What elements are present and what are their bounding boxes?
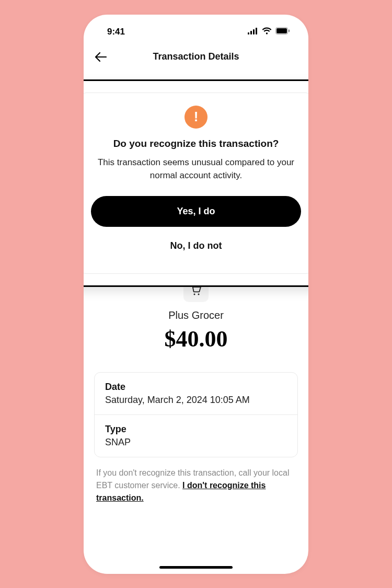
svg-rect-2 xyxy=(253,29,255,34)
date-label: Date xyxy=(105,382,287,393)
svg-rect-0 xyxy=(248,32,249,34)
date-row: Date Saturday, March 2, 2024 10:05 AM xyxy=(95,373,297,414)
type-label: Type xyxy=(105,424,287,435)
date-value: Saturday, March 2, 2024 10:05 AM xyxy=(105,395,287,406)
alert-description: This transaction seems unusual compared … xyxy=(91,156,301,182)
yes-button[interactable]: Yes, I do xyxy=(91,196,301,227)
arrow-left-icon xyxy=(95,52,107,62)
nav-bar: Transaction Details xyxy=(84,45,308,70)
no-button[interactable]: No, I do not xyxy=(91,231,301,261)
type-row: Type SNAP xyxy=(95,414,297,457)
footer-text: If you don't recognize this transaction,… xyxy=(94,467,298,504)
transaction-amount: $40.00 xyxy=(94,326,298,352)
svg-rect-5 xyxy=(276,28,287,33)
cellular-icon xyxy=(248,27,258,37)
svg-rect-1 xyxy=(250,31,252,34)
wifi-icon xyxy=(262,27,272,37)
svg-rect-3 xyxy=(256,28,257,34)
status-icons xyxy=(248,27,290,37)
alert-title: Do you recognize this transaction? xyxy=(91,138,301,149)
alert-card: ! Do you recognize this transaction? Thi… xyxy=(84,93,308,274)
page-title: Transaction Details xyxy=(153,51,239,62)
svg-point-7 xyxy=(194,293,195,295)
status-time: 9:41 xyxy=(107,27,125,37)
alert-icon: ! xyxy=(185,106,207,129)
back-button[interactable] xyxy=(94,50,108,64)
status-bar: 9:41 xyxy=(84,15,308,45)
type-value: SNAP xyxy=(105,437,287,448)
svg-rect-6 xyxy=(289,29,290,32)
merchant-name: Plus Grocer xyxy=(94,309,298,321)
alert-modal: ! Do you recognize this transaction? Thi… xyxy=(84,79,308,287)
battery-icon xyxy=(275,27,290,37)
phone-frame: 9:41 Transaction Details ! Do you recogn… xyxy=(84,15,308,574)
details-box: Date Saturday, March 2, 2024 10:05 AM Ty… xyxy=(94,372,298,457)
merchant-section: Plus Grocer $40.00 xyxy=(94,277,298,352)
svg-point-8 xyxy=(198,293,200,295)
home-indicator[interactable] xyxy=(159,566,233,569)
